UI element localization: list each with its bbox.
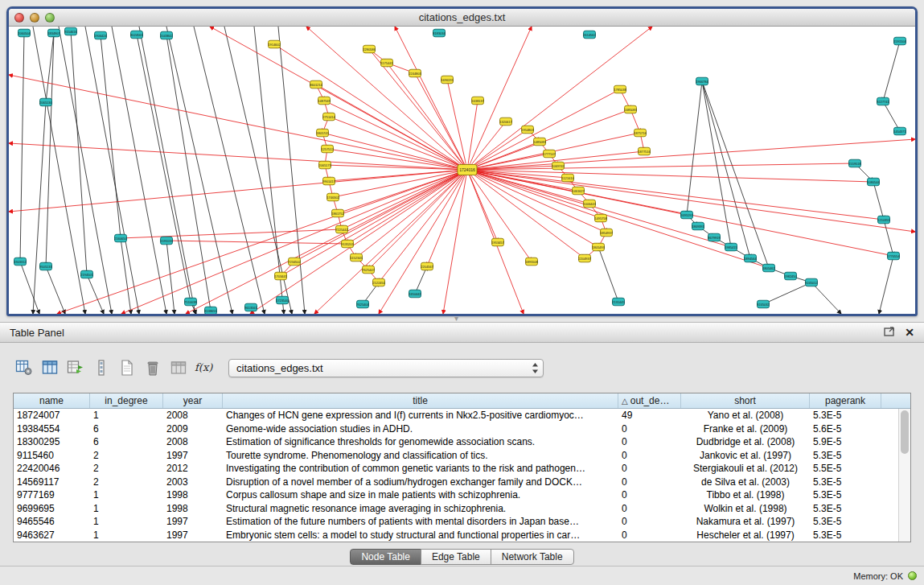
network-node[interactable]: 1696191 (441, 76, 454, 84)
network-node[interactable]: 2131445 (612, 298, 625, 306)
function-builder-icon[interactable]: f(x) (193, 357, 215, 378)
zoom-window-button[interactable] (45, 13, 55, 23)
network-node[interactable]: 1785038 (614, 85, 626, 93)
column-header-pagerank[interactable]: pagerank (810, 393, 881, 408)
network-edge[interactable] (467, 89, 620, 170)
network-node[interactable]: 1906424 (94, 31, 107, 39)
network-node[interactable]: 9245012 (805, 278, 818, 286)
network-edge[interactable] (347, 170, 467, 244)
network-edge[interactable] (112, 27, 166, 314)
network-node[interactable]: 2614562 (583, 31, 596, 39)
table-row[interactable]: 1456911722003Disruption of a novel membe… (14, 476, 910, 489)
network-edge[interactable] (687, 81, 702, 215)
network-edge[interactable] (467, 170, 731, 247)
row-selector-icon[interactable] (90, 357, 112, 378)
network-node[interactable]: 1080544 (867, 178, 880, 186)
network-edge[interactable] (467, 170, 873, 182)
table-row[interactable]: 946554611997Estimation of the future num… (14, 515, 910, 529)
network-node[interactable]: 1121610 (561, 174, 574, 182)
network-node[interactable]: 7625404 (356, 300, 369, 308)
network-edge[interactable] (467, 163, 855, 170)
column-header-year[interactable]: year (163, 393, 223, 408)
network-node[interactable]: 7225442 (335, 225, 348, 233)
network-edge[interactable] (467, 170, 532, 262)
close-panel-icon[interactable]: ✕ (905, 327, 914, 338)
network-edge[interactable] (20, 33, 24, 262)
network-edge[interactable] (71, 31, 87, 274)
network-node[interactable]: 1485083 (533, 138, 546, 146)
network-node[interactable]: 1152345 (350, 253, 363, 262)
column-header-title[interactable]: title (223, 393, 618, 408)
network-node[interactable]: 9227741 (877, 97, 889, 105)
network-svg[interactable]: 2060504183490791546161906424802456320438… (9, 27, 915, 314)
network-node[interactable]: 1320617 (499, 117, 512, 126)
network-window-titlebar[interactable]: citations_edges.txt (9, 9, 915, 27)
close-window-button[interactable] (14, 13, 24, 23)
network-node[interactable]: 1982450 (784, 272, 797, 280)
network-edge[interactable] (369, 49, 467, 170)
network-node[interactable]: 1914602 (268, 40, 281, 48)
network-node[interactable]: 8138655 (204, 307, 217, 314)
network-edge[interactable] (467, 170, 598, 247)
network-node[interactable]: 2194505 (80, 270, 93, 278)
network-node[interactable]: 2485083 (624, 105, 637, 113)
network-edge[interactable] (33, 102, 46, 314)
column-header-in_degree[interactable]: in_degree (90, 393, 163, 408)
network-hub-node[interactable]: 1724016 (458, 165, 477, 175)
network-edge[interactable] (395, 27, 467, 170)
network-edge[interactable] (443, 170, 467, 314)
network-node[interactable]: 8183034 (433, 29, 446, 37)
network-edge[interactable] (139, 27, 195, 314)
network-node[interactable]: 1894564 (744, 254, 757, 262)
network-node[interactable]: 9245032 (757, 300, 770, 308)
minimize-window-button[interactable] (30, 13, 39, 23)
import-table-icon[interactable] (167, 357, 189, 378)
network-node[interactable]: 2043842 (160, 31, 173, 39)
network-node[interactable]: 1903312 (14, 257, 27, 266)
network-node[interactable]: 2204937 (578, 254, 591, 262)
network-node[interactable]: 2204567 (421, 262, 433, 270)
network-node[interactable]: 1559518 (848, 159, 861, 167)
network-edge[interactable] (598, 247, 618, 302)
network-node[interactable]: 8024563 (130, 31, 143, 39)
network-edge[interactable] (314, 170, 467, 314)
network-node[interactable]: 2065173 (318, 161, 331, 169)
network-edge[interactable] (379, 170, 467, 314)
network-node[interactable]: 2160650 (114, 234, 127, 242)
table-row[interactable]: 946362711997Embryonic stem cells: a mode… (14, 529, 910, 542)
new-table-icon[interactable] (116, 357, 138, 378)
network-node[interactable]: 2751414 (322, 113, 335, 121)
network-node[interactable]: 1638137 (471, 97, 484, 105)
network-node[interactable]: 1877516 (638, 147, 651, 155)
network-edge[interactable] (278, 27, 305, 314)
network-edge[interactable] (467, 170, 884, 220)
network-node[interactable]: 1875716 (634, 129, 647, 137)
network-edge[interactable] (166, 27, 232, 314)
network-edge[interactable] (873, 182, 884, 220)
table-row[interactable]: 2242004622012Investigating the contribut… (14, 462, 910, 476)
network-node[interactable]: 1861752 (331, 209, 344, 217)
network-node[interactable]: 8679919 (708, 233, 721, 241)
network-edge[interactable] (46, 266, 65, 314)
network-node[interactable]: 1770554 (887, 252, 900, 260)
network-node[interactable]: 1869391 (692, 222, 704, 230)
network-edge[interactable] (702, 81, 750, 258)
network-node[interactable]: 1595133 (160, 237, 173, 245)
network-node[interactable]: 7625447 (362, 266, 375, 274)
network-node[interactable]: 1834907 (47, 29, 60, 37)
network-node[interactable]: 2065130 (39, 98, 52, 106)
network-node[interactable]: 2122450 (372, 278, 385, 286)
network-node[interactable]: 9901417 (322, 177, 335, 185)
network-node[interactable]: 2280586 (363, 45, 376, 53)
network-node[interactable]: 8601214 (310, 80, 322, 89)
network-edge[interactable] (101, 35, 121, 238)
column-chooser-icon[interactable] (39, 357, 60, 378)
table-scrollbar[interactable] (898, 409, 910, 542)
table-row[interactable]: 1830029562008Estimation of significance … (14, 435, 910, 449)
network-node[interactable]: 1257512 (321, 145, 334, 153)
tab-node-table[interactable]: Node Table (350, 549, 421, 565)
network-node[interactable]: 9613561 (244, 303, 257, 311)
network-node[interactable]: 2244803 (409, 69, 421, 77)
network-node[interactable]: 9154616 (64, 27, 77, 35)
edit-table-icon[interactable] (64, 357, 86, 378)
